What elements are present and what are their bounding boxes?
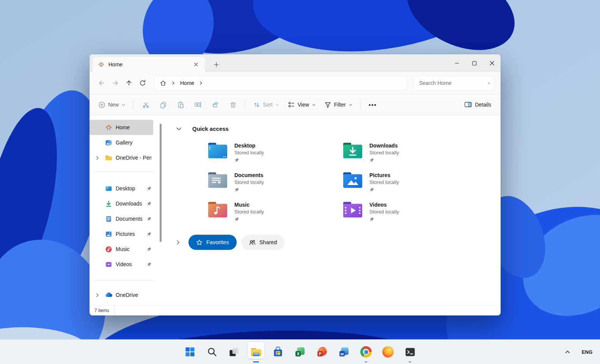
- desktop: Home: [0, 0, 600, 364]
- maximize-button[interactable]: [466, 54, 483, 72]
- sort-button[interactable]: Sort: [249, 98, 284, 111]
- chevron-right-icon[interactable]: [175, 240, 181, 245]
- sidebar-item-gallery[interactable]: Gallery: [90, 135, 153, 150]
- cut-button[interactable]: [137, 98, 154, 111]
- music-icon: [105, 245, 113, 253]
- excel-button[interactable]: X: [292, 340, 308, 364]
- search-input[interactable]: [419, 80, 488, 86]
- sidebar-item-label: Videos: [116, 261, 147, 267]
- search-icon[interactable]: [488, 80, 490, 86]
- window-body: Home Gallery OneDrive - Pe: [90, 115, 501, 305]
- tile-subtitle: Stored locally: [369, 179, 399, 185]
- tile-documents[interactable]: Documents Stored locally: [208, 172, 343, 194]
- view-button[interactable]: View: [284, 98, 320, 111]
- sidebar-scrollbar[interactable]: [160, 124, 162, 242]
- up-button[interactable]: [122, 76, 136, 90]
- refresh-button[interactable]: [136, 76, 149, 90]
- close-button[interactable]: [483, 54, 501, 72]
- search-box[interactable]: [413, 76, 495, 90]
- favorites-tab[interactable]: Favorites: [188, 235, 237, 250]
- quick-access-header[interactable]: Quick access: [175, 125, 501, 132]
- tile-subtitle: Stored locally: [234, 209, 264, 215]
- sort-icon: [253, 101, 260, 108]
- tile-pictures[interactable]: Pictures Stored locally: [343, 172, 478, 194]
- sidebar-item-videos[interactable]: Videos: [90, 257, 153, 272]
- tile-downloads[interactable]: Downloads Stored locally: [343, 142, 478, 164]
- new-label: New: [108, 102, 119, 108]
- sidebar-item-home[interactable]: Home: [90, 120, 153, 135]
- sidebar-item-music[interactable]: Music: [90, 242, 153, 257]
- chevron-right-icon: [199, 81, 203, 85]
- filter-label: Filter: [334, 102, 346, 108]
- section-title: Quick access: [192, 126, 229, 132]
- breadcrumb-home[interactable]: Home: [180, 80, 194, 86]
- copy-icon: [160, 101, 167, 108]
- onedrive-cloud-icon: [105, 291, 113, 299]
- folder-icon: [105, 154, 113, 162]
- sidebar-item-pictures[interactable]: Pictures: [90, 226, 153, 242]
- forward-button[interactable]: [108, 76, 122, 90]
- task-view-button[interactable]: [226, 340, 242, 364]
- sidebar-divider: [94, 171, 153, 172]
- paste-button[interactable]: [172, 98, 189, 111]
- shared-tab[interactable]: Shared: [241, 235, 285, 250]
- sidebar-item-label: Music: [116, 246, 147, 252]
- tab-close-icon[interactable]: [191, 59, 201, 70]
- more-options-button[interactable]: •••: [364, 98, 382, 111]
- powerpoint-button[interactable]: P: [314, 340, 330, 364]
- sidebar-item-onedrive[interactable]: OneDrive: [90, 287, 153, 303]
- filter-icon: [324, 101, 331, 108]
- pictures-icon: [105, 230, 113, 238]
- start-button[interactable]: [182, 340, 198, 364]
- taskbar-center: X P W: [182, 340, 418, 364]
- chevron-right-icon[interactable]: [94, 155, 100, 160]
- language-indicator[interactable]: ENG: [582, 349, 592, 355]
- filter-button[interactable]: Filter: [320, 98, 357, 111]
- chevron-right-icon[interactable]: [94, 293, 100, 298]
- firefox-button[interactable]: [380, 340, 396, 364]
- word-button[interactable]: W: [336, 340, 352, 364]
- running-app-indicator: [409, 361, 412, 362]
- tile-music[interactable]: Music Stored locally: [208, 201, 343, 223]
- minimize-button[interactable]: [448, 54, 466, 72]
- breadcrumb-home-icon[interactable]: [160, 80, 166, 86]
- copy-button[interactable]: [154, 98, 172, 111]
- chrome-button[interactable]: [358, 340, 374, 364]
- videos-icon: [105, 260, 113, 268]
- tab-home[interactable]: Home: [93, 57, 205, 72]
- tile-name: Desktop: [234, 143, 264, 149]
- tile-videos[interactable]: Videos Stored locally: [343, 201, 478, 223]
- taskbar-search-button[interactable]: [204, 340, 220, 364]
- new-button[interactable]: New: [94, 98, 130, 111]
- chrome-icon: [360, 346, 372, 358]
- rename-button[interactable]: [189, 98, 207, 111]
- address-bar[interactable]: Home: [154, 76, 407, 90]
- sidebar-item-downloads[interactable]: Downloads: [90, 196, 153, 211]
- up-arrow-icon: [125, 79, 133, 87]
- sidebar-item-label: OneDrive: [116, 292, 152, 298]
- delete-button[interactable]: [224, 98, 242, 111]
- new-tab-button[interactable]: [211, 59, 221, 70]
- details-button[interactable]: Details: [460, 98, 495, 111]
- status-bar: 7 items: [90, 305, 501, 315]
- sidebar-item-documents[interactable]: Documents: [90, 211, 153, 226]
- favorites-row: Favorites Shared: [175, 235, 501, 250]
- home-icon: [105, 124, 113, 131]
- terminal-button[interactable]: [402, 340, 418, 364]
- details-label: Details: [475, 102, 491, 108]
- share-button[interactable]: [207, 98, 224, 111]
- chevron-up-icon[interactable]: [565, 349, 570, 355]
- tile-subtitle: Stored locally: [369, 209, 399, 215]
- desktop-folder-icon: [208, 142, 228, 159]
- task-view-icon: [229, 347, 240, 358]
- downloads-icon: [105, 200, 113, 207]
- sidebar-item-onedrive-personal[interactable]: OneDrive - Personal: [90, 150, 153, 165]
- tile-subtitle: Stored locally: [369, 150, 399, 155]
- word-icon: W: [338, 346, 350, 358]
- back-button[interactable]: [95, 76, 108, 90]
- tile-desktop[interactable]: Desktop Stored locally: [208, 142, 343, 164]
- file-explorer-taskbar-button[interactable]: [248, 340, 264, 364]
- microsoft-store-button[interactable]: [270, 340, 286, 364]
- sidebar-item-desktop[interactable]: Desktop: [90, 181, 153, 196]
- chevron-down-icon[interactable]: [175, 125, 182, 132]
